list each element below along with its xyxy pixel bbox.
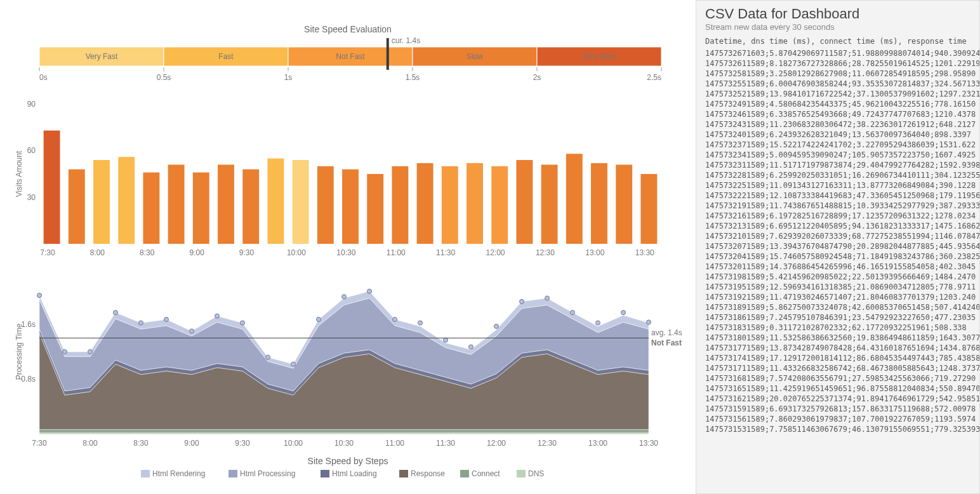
svg-point-86 — [545, 296, 550, 300]
svg-text:13:00: 13:00 — [588, 439, 607, 448]
svg-text:0.5s: 0.5s — [157, 73, 171, 82]
svg-point-78 — [342, 295, 347, 299]
svg-text:10:30: 10:30 — [336, 248, 355, 257]
csv-panel: CSV Data for Dashboard Stream new data e… — [696, 0, 980, 494]
svg-text:12:00: 12:00 — [486, 248, 505, 257]
svg-text:Html Rendering: Html Rendering — [152, 469, 205, 478]
svg-text:60: 60 — [27, 146, 36, 155]
svg-point-84 — [494, 324, 499, 328]
svg-text:Not Fast: Not Fast — [336, 52, 365, 61]
svg-text:2s: 2s — [533, 73, 541, 82]
svg-text:Very Fast: Very Fast — [86, 52, 118, 61]
svg-point-79 — [368, 289, 372, 293]
svg-text:12:30: 12:30 — [538, 439, 557, 448]
svg-rect-33 — [168, 164, 185, 244]
svg-text:cur. 1.4s: cur. 1.4s — [392, 36, 420, 45]
svg-text:7:30: 7:30 — [32, 439, 47, 448]
svg-rect-118 — [460, 470, 469, 477]
svg-text:13:30: 13:30 — [635, 248, 654, 257]
svg-rect-38 — [293, 160, 309, 244]
svg-rect-29 — [69, 170, 85, 244]
svg-text:11:30: 11:30 — [436, 439, 455, 448]
svg-point-80 — [393, 317, 397, 322]
svg-rect-52 — [640, 174, 657, 244]
svg-rect-30 — [93, 160, 110, 244]
svg-text:90: 90 — [27, 100, 36, 109]
svg-rect-116 — [399, 470, 408, 477]
svg-point-76 — [291, 362, 296, 366]
svg-rect-112 — [228, 470, 237, 477]
svg-text:30: 30 — [27, 193, 36, 202]
svg-rect-45 — [467, 163, 483, 244]
svg-rect-39 — [317, 166, 334, 244]
svg-text:Fast: Fast — [218, 52, 234, 61]
csv-title: CSV Data for Dashboard — [705, 6, 970, 22]
svg-text:Connect: Connect — [472, 469, 500, 478]
svg-rect-120 — [517, 470, 526, 477]
svg-point-66 — [37, 293, 42, 298]
svg-rect-41 — [367, 174, 383, 244]
svg-text:11:00: 11:00 — [387, 248, 406, 257]
svg-text:11:00: 11:00 — [385, 439, 404, 448]
csv-data: 1475732671603;5.870429069711587;51.98809… — [705, 48, 979, 434]
svg-text:1.5s: 1.5s — [406, 73, 420, 82]
svg-rect-40 — [342, 170, 359, 244]
svg-text:Slow: Slow — [467, 52, 483, 61]
svg-text:Response: Response — [411, 469, 445, 478]
svg-point-68 — [88, 350, 93, 354]
svg-rect-31 — [118, 157, 135, 244]
svg-rect-50 — [591, 163, 607, 244]
csv-columns: Datetime, dns time (ms), connect time (m… — [705, 37, 970, 46]
svg-point-67 — [63, 350, 67, 354]
svg-text:10:00: 10:00 — [287, 248, 306, 257]
svg-text:7:30: 7:30 — [40, 248, 55, 257]
svg-point-89 — [621, 310, 626, 315]
svg-point-71 — [164, 317, 169, 322]
svg-point-75 — [266, 355, 270, 359]
speed-steps-title: Site Speed by Steps — [0, 453, 696, 466]
svg-text:Processing Time: Processing Time — [15, 323, 23, 380]
svg-point-82 — [444, 338, 448, 342]
svg-rect-36 — [242, 170, 259, 244]
svg-text:13:30: 13:30 — [639, 439, 658, 448]
svg-rect-43 — [417, 163, 434, 244]
svg-text:0s: 0s — [39, 73, 48, 82]
visits-chart: 306090Visits Amount7:308:008:309:009:301… — [14, 98, 687, 263]
svg-text:12:00: 12:00 — [487, 439, 506, 448]
svg-point-83 — [469, 345, 473, 349]
svg-point-88 — [596, 321, 600, 325]
svg-text:8:00: 8:00 — [90, 248, 105, 257]
svg-text:DNS: DNS — [528, 469, 544, 478]
svg-text:8:30: 8:30 — [133, 439, 149, 448]
svg-rect-28 — [44, 131, 60, 244]
svg-point-87 — [571, 310, 575, 315]
svg-text:Html Loading: Html Loading — [332, 469, 377, 478]
svg-text:12:30: 12:30 — [536, 248, 555, 257]
svg-rect-37 — [267, 159, 284, 244]
processing-area-chart: avg. 1.4sNot Fast0.8s1.6sProcessing Time… — [14, 263, 687, 453]
svg-text:8:00: 8:00 — [83, 439, 98, 448]
svg-point-74 — [241, 321, 245, 325]
svg-rect-47 — [516, 160, 533, 244]
svg-point-72 — [190, 329, 194, 333]
svg-rect-51 — [616, 164, 632, 244]
svg-text:9:00: 9:00 — [189, 248, 204, 257]
svg-rect-48 — [541, 164, 558, 244]
svg-text:9:00: 9:00 — [184, 439, 199, 448]
csv-hscroll[interactable] — [699, 483, 977, 494]
svg-text:13:00: 13:00 — [585, 248, 604, 257]
svg-text:8:30: 8:30 — [140, 248, 155, 257]
svg-point-81 — [418, 321, 423, 325]
svg-rect-11 — [387, 38, 389, 70]
svg-text:Not Fast: Not Fast — [651, 338, 682, 347]
svg-point-85 — [520, 299, 524, 304]
svg-point-69 — [114, 310, 118, 315]
svg-rect-110 — [141, 470, 150, 477]
svg-point-73 — [215, 314, 220, 318]
svg-rect-34 — [193, 173, 209, 244]
svg-text:2.5s: 2.5s — [647, 73, 661, 82]
csv-subtitle: Stream new data every 30 seconds — [705, 22, 970, 32]
svg-text:avg. 1.4s: avg. 1.4s — [651, 328, 682, 337]
svg-point-90 — [647, 320, 651, 324]
svg-text:Visits Amount: Visits Amount — [15, 150, 23, 197]
